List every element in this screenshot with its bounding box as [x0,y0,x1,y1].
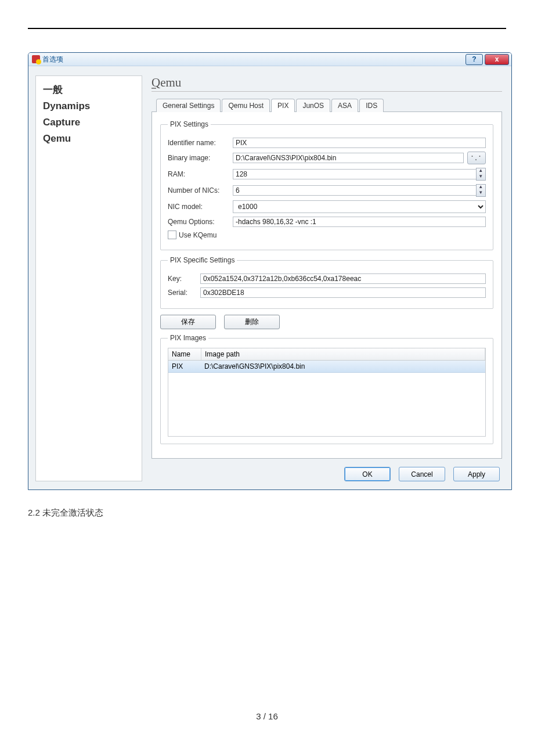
num-nics-label: Number of NICs: [168,186,233,195]
titlebar: 首选项 ? x [28,53,511,66]
ok-button[interactable]: OK [344,467,391,481]
tab-qemu-host[interactable]: Qemu Host [222,99,270,112]
pix-specific-group: PIX Specific Settings Key: Serial: [160,256,493,309]
key-label: Key: [168,275,200,283]
nic-model-label: NIC model: [168,203,233,211]
serial-field[interactable] [200,287,486,298]
num-nics-stepper[interactable]: ▲▼ [476,184,486,197]
use-kqemu-checkbox[interactable] [168,231,176,239]
ram-stepper[interactable]: ▲▼ [476,168,486,181]
sidebar-item-qemu[interactable]: Qemu [43,131,135,147]
page-number: 3 / 16 [0,711,534,721]
panel-heading: Qemu [151,75,502,92]
table-row[interactable]: PIX D:\Caravel\GNS3\PIX\pix804.bin [168,361,485,373]
tab-bar: General Settings Qemu Host PIX JunOS ASA… [156,99,502,112]
tab-body: PIX Settings Identifier name: Binary ima… [151,111,502,459]
tab-ids[interactable]: IDS [359,99,384,112]
qemu-options-label: Qemu Options: [168,218,233,226]
col-name-header[interactable]: Name [168,348,201,360]
pix-specific-legend: PIX Specific Settings [168,256,237,264]
ram-field[interactable] [233,169,476,179]
key-field[interactable] [200,273,486,284]
identifier-name-label: Identifier name: [168,139,233,147]
serial-label: Serial: [168,289,200,297]
row-path: D:\Caravel\GNS3\PIX\pix804.bin [201,361,485,372]
tab-general-settings[interactable]: General Settings [156,99,221,112]
pix-images-group: PIX Images Name Image path PIX D:\Carave… [160,334,493,444]
sidebar-item-capture[interactable]: Capture [43,114,135,131]
nic-model-select[interactable]: e1000 [233,200,486,213]
cancel-button[interactable]: Cancel [399,467,445,481]
images-table-header: Name Image path [168,348,486,361]
pix-images-legend: PIX Images [168,334,208,342]
pix-settings-group: PIX Settings Identifier name: Binary ima… [160,120,493,250]
binary-image-field[interactable] [233,153,464,163]
images-table[interactable]: PIX D:\Caravel\GNS3\PIX\pix804.bin [168,361,486,437]
browse-button[interactable]: . . . [467,152,486,164]
main-panel: Qemu General Settings Qemu Host PIX JunO… [151,75,502,481]
dialog-button-bar: OK Cancel Apply [151,459,502,481]
sidebar-item-dynamips[interactable]: Dynamips [43,98,135,114]
help-button[interactable]: ? [466,54,483,65]
use-kqemu-label: Use KQemu [179,231,217,239]
ram-label: RAM: [168,170,233,178]
row-name: PIX [168,361,201,372]
apply-button[interactable]: Apply [453,467,500,481]
app-icon [32,55,40,63]
preferences-window: 首选项 ? x 一般 Dynamips Capture Qemu Qemu Ge [28,52,512,490]
window-title: 首选项 [42,55,63,64]
tab-junos[interactable]: JunOS [296,99,330,112]
sidebar-item-general[interactable]: 一般 [43,82,135,98]
qemu-options-field[interactable] [233,217,486,227]
binary-image-label: Binary image: [168,154,233,162]
pix-settings-legend: PIX Settings [168,120,211,128]
close-button[interactable]: x [485,54,509,65]
tab-pix[interactable]: PIX [271,99,295,112]
delete-button[interactable]: 删除 [224,315,280,329]
identifier-name-field[interactable] [233,138,486,148]
col-path-header[interactable]: Image path [201,348,485,360]
category-sidebar: 一般 Dynamips Capture Qemu [35,75,142,481]
num-nics-field[interactable] [233,185,476,196]
save-button[interactable]: 保存 [160,315,216,329]
tab-asa[interactable]: ASA [331,99,358,112]
section-caption: 2.2 未完全激活状态 [28,507,506,519]
